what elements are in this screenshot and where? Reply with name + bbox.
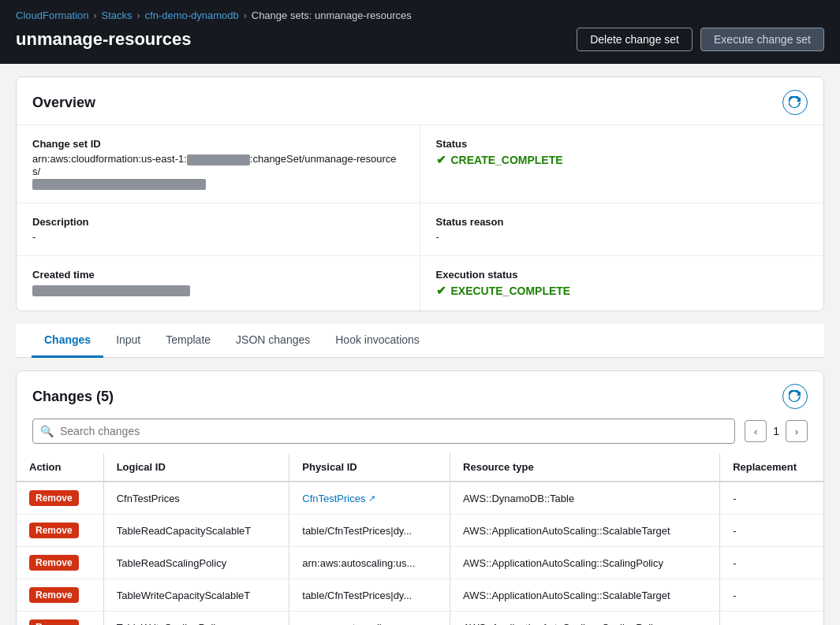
- table-row: RemoveTableReadCapacityScalableTtable/Cf…: [17, 515, 823, 547]
- cell-physical-id[interactable]: CfnTestPrices ↗: [289, 482, 450, 515]
- cell-replacement: -: [720, 547, 823, 579]
- cell-action: Remove: [17, 547, 103, 579]
- tab-changes[interactable]: Changes: [32, 324, 103, 358]
- change-set-id-cell: Change set ID arn:aws:cloudformation:us-…: [17, 125, 420, 203]
- remove-badge: Remove: [29, 523, 79, 538]
- cell-physical-id: arn:aws:autoscaling:us...: [289, 547, 450, 579]
- changes-table: Action Logical ID Physical ID Resource t…: [17, 453, 823, 625]
- execution-status-value: EXECUTE_COMPLETE: [451, 285, 571, 297]
- changes-title: Changes (5): [32, 389, 114, 405]
- table-row: RemoveTableWriteScalingPolicyarn:aws:aut…: [17, 612, 823, 625]
- top-header: CloudFormation › Stacks › cfn-demo-dynam…: [0, 0, 840, 64]
- changes-refresh-button[interactable]: [782, 384, 808, 409]
- remove-badge: Remove: [29, 490, 79, 506]
- refresh-icon: [789, 96, 801, 109]
- search-icon: 🔍: [40, 425, 54, 437]
- col-header-logical-id: Logical ID: [103, 453, 289, 482]
- breadcrumb-cloudformation[interactable]: CloudFormation: [16, 9, 89, 21]
- cell-logical-id: TableReadScalingPolicy: [103, 547, 289, 579]
- search-wrapper: 🔍: [32, 419, 735, 444]
- cell-action: Remove: [17, 482, 103, 515]
- changes-card: Changes (5) 🔍 ‹ 1 › Action: [16, 370, 824, 625]
- breadcrumb-stack-name[interactable]: cfn-demo-dynamodb: [145, 9, 239, 21]
- change-set-id-value: arn:aws:cloudformation:us-east-1::change…: [32, 153, 404, 190]
- cell-physical-id: table/CfnTestPrices|dy...: [289, 515, 450, 547]
- change-set-id-label: Change set ID: [32, 138, 404, 150]
- main-content: Overview Change set ID arn:aws:cloudform…: [0, 64, 840, 625]
- changes-refresh-icon: [789, 390, 801, 403]
- tab-template[interactable]: Template: [153, 324, 223, 358]
- changes-card-header: Changes (5): [17, 371, 823, 419]
- col-header-action: Action: [17, 453, 103, 482]
- cell-logical-id: CfnTestPrices: [103, 482, 289, 515]
- overview-title: Overview: [32, 95, 95, 111]
- cell-resource-type: AWS::ApplicationAutoScaling::ScalableTar…: [450, 579, 720, 612]
- remove-badge: Remove: [29, 587, 79, 603]
- current-page: 1: [773, 425, 779, 437]
- search-input[interactable]: [32, 419, 735, 444]
- breadcrumb: CloudFormation › Stacks › cfn-demo-dynam…: [16, 9, 824, 21]
- tab-hook-invocations[interactable]: Hook invocations: [323, 324, 432, 358]
- remove-badge: Remove: [29, 619, 79, 625]
- cell-resource-type: AWS::ApplicationAutoScaling::ScalingPoli…: [450, 612, 720, 625]
- execution-status-icon: ✔: [436, 284, 446, 298]
- pagination-controls: ‹ 1 ›: [745, 420, 808, 442]
- cell-resource-type: AWS::ApplicationAutoScaling::ScalingPoli…: [450, 547, 720, 579]
- execution-status-cell: Execution status ✔ EXECUTE_COMPLETE: [420, 256, 824, 311]
- created-time-label: Created time: [32, 269, 404, 281]
- created-time-value: [32, 284, 404, 296]
- status-reason-value: -: [436, 231, 808, 243]
- tabs-container: Changes Input Template JSON changes Hook…: [16, 324, 824, 358]
- breadcrumb-sep-2: ›: [137, 10, 140, 21]
- status-cell: Status ✔ CREATE_COMPLETE: [420, 125, 824, 203]
- physical-id-link[interactable]: CfnTestPrices ↗: [302, 493, 437, 504]
- status-reason-cell: Status reason -: [420, 203, 824, 256]
- table-row: RemoveCfnTestPricesCfnTestPrices ↗AWS::D…: [17, 482, 823, 515]
- remove-badge: Remove: [29, 555, 79, 571]
- delete-change-set-button[interactable]: Delete change set: [577, 28, 693, 51]
- col-header-replacement: Replacement: [720, 453, 823, 482]
- table-row: RemoveTableReadScalingPolicyarn:aws:auto…: [17, 547, 823, 579]
- cell-logical-id: TableWriteCapacityScalableT: [103, 579, 289, 612]
- cell-replacement: -: [720, 579, 823, 612]
- description-value: -: [32, 231, 404, 243]
- breadcrumb-sep-3: ›: [244, 10, 247, 21]
- overview-card: Overview Change set ID arn:aws:cloudform…: [16, 76, 824, 311]
- col-header-resource-type: Resource type: [450, 453, 720, 482]
- external-link-icon: ↗: [368, 493, 375, 504]
- execution-status-label: Execution status: [436, 269, 808, 281]
- breadcrumb-current: Change sets: unmanage-resources: [252, 9, 412, 21]
- created-time-cell: Created time: [17, 256, 420, 311]
- status-badge: ✔ CREATE_COMPLETE: [436, 153, 808, 167]
- table-header-row: Action Logical ID Physical ID Resource t…: [17, 453, 823, 482]
- cell-resource-type: AWS::ApplicationAutoScaling::ScalableTar…: [450, 515, 720, 547]
- tab-json-changes[interactable]: JSON changes: [223, 324, 323, 358]
- cell-action: Remove: [17, 612, 103, 625]
- overview-refresh-button[interactable]: [782, 90, 808, 115]
- status-value: CREATE_COMPLETE: [451, 154, 563, 166]
- overview-card-header: Overview: [17, 77, 823, 125]
- cell-logical-id: TableReadCapacityScalableT: [103, 515, 289, 547]
- execution-status-badge: ✔ EXECUTE_COMPLETE: [436, 284, 808, 298]
- status-label: Status: [436, 138, 808, 150]
- cell-replacement: -: [720, 515, 823, 547]
- breadcrumb-stacks[interactable]: Stacks: [102, 9, 133, 21]
- status-check-icon: ✔: [436, 153, 446, 167]
- cell-physical-id: arn:aws:autoscaling:us...: [289, 612, 450, 625]
- page-title: unmanage-resources: [16, 29, 192, 50]
- cell-physical-id: table/CfnTestPrices|dy...: [289, 579, 450, 612]
- header-actions: Delete change set Execute change set: [577, 28, 824, 51]
- description-cell: Description -: [17, 203, 420, 256]
- next-page-button[interactable]: ›: [786, 420, 808, 442]
- cell-replacement: -: [720, 482, 823, 515]
- cell-resource-type: AWS::DynamoDB::Table: [450, 482, 720, 515]
- status-reason-label: Status reason: [436, 216, 808, 228]
- cell-logical-id: TableWriteScalingPolicy: [103, 612, 289, 625]
- table-row: RemoveTableWriteCapacityScalableTtable/C…: [17, 579, 823, 612]
- header-row: unmanage-resources Delete change set Exe…: [16, 28, 824, 51]
- execute-change-set-button[interactable]: Execute change set: [700, 28, 824, 51]
- breadcrumb-sep-1: ›: [94, 10, 97, 21]
- overview-body: Change set ID arn:aws:cloudformation:us-…: [17, 125, 823, 311]
- prev-page-button[interactable]: ‹: [745, 420, 767, 442]
- tab-input[interactable]: Input: [103, 324, 153, 358]
